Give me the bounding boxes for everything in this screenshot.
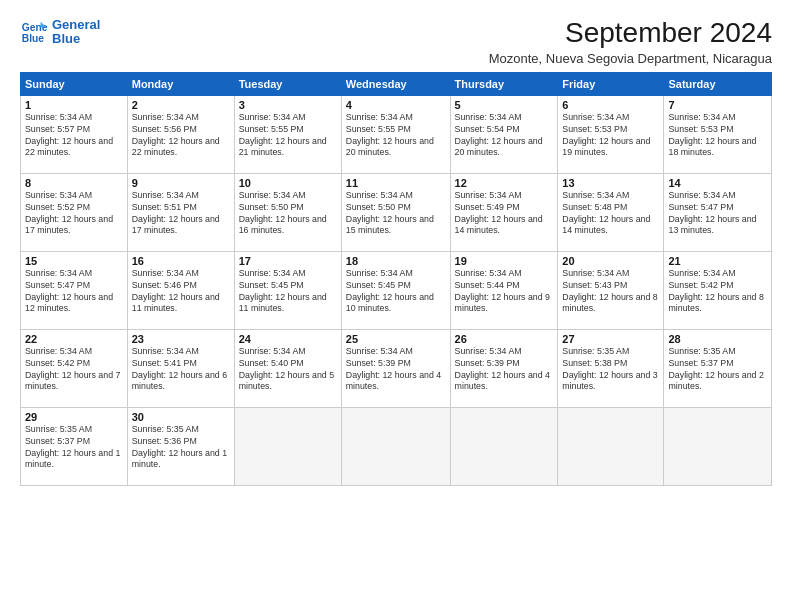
table-row: 19Sunrise: 5:34 AMSunset: 5:44 PMDayligh… — [450, 251, 558, 329]
table-row: 3Sunrise: 5:34 AMSunset: 5:55 PMDaylight… — [234, 95, 341, 173]
col-sunday: Sunday — [21, 72, 128, 95]
calendar-week-5: 29Sunrise: 5:35 AMSunset: 5:37 PMDayligh… — [21, 407, 772, 485]
col-friday: Friday — [558, 72, 664, 95]
table-row: 29Sunrise: 5:35 AMSunset: 5:37 PMDayligh… — [21, 407, 128, 485]
table-row: 12Sunrise: 5:34 AMSunset: 5:49 PMDayligh… — [450, 173, 558, 251]
table-row — [341, 407, 450, 485]
table-row: 1Sunrise: 5:34 AMSunset: 5:57 PMDaylight… — [21, 95, 128, 173]
table-row — [450, 407, 558, 485]
svg-text:Blue: Blue — [22, 34, 45, 45]
table-row: 16Sunrise: 5:34 AMSunset: 5:46 PMDayligh… — [127, 251, 234, 329]
table-row: 6Sunrise: 5:34 AMSunset: 5:53 PMDaylight… — [558, 95, 664, 173]
table-row: 13Sunrise: 5:34 AMSunset: 5:48 PMDayligh… — [558, 173, 664, 251]
table-row: 4Sunrise: 5:34 AMSunset: 5:55 PMDaylight… — [341, 95, 450, 173]
logo-text: General Blue — [52, 18, 100, 47]
table-row: 21Sunrise: 5:34 AMSunset: 5:42 PMDayligh… — [664, 251, 772, 329]
calendar: Sunday Monday Tuesday Wednesday Thursday… — [20, 72, 772, 486]
logo: General Blue General Blue — [20, 18, 100, 47]
calendar-header-row: Sunday Monday Tuesday Wednesday Thursday… — [21, 72, 772, 95]
page: General Blue General Blue September 2024… — [0, 0, 792, 612]
table-row: 8Sunrise: 5:34 AMSunset: 5:52 PMDaylight… — [21, 173, 128, 251]
logo-icon: General Blue — [20, 18, 48, 46]
calendar-week-4: 22Sunrise: 5:34 AMSunset: 5:42 PMDayligh… — [21, 329, 772, 407]
table-row — [558, 407, 664, 485]
table-row: 22Sunrise: 5:34 AMSunset: 5:42 PMDayligh… — [21, 329, 128, 407]
col-thursday: Thursday — [450, 72, 558, 95]
table-row — [664, 407, 772, 485]
table-row: 23Sunrise: 5:34 AMSunset: 5:41 PMDayligh… — [127, 329, 234, 407]
table-row: 9Sunrise: 5:34 AMSunset: 5:51 PMDaylight… — [127, 173, 234, 251]
table-row: 26Sunrise: 5:34 AMSunset: 5:39 PMDayligh… — [450, 329, 558, 407]
table-row: 15Sunrise: 5:34 AMSunset: 5:47 PMDayligh… — [21, 251, 128, 329]
table-row: 30Sunrise: 5:35 AMSunset: 5:36 PMDayligh… — [127, 407, 234, 485]
title-block: September 2024 Mozonte, Nueva Segovia De… — [489, 18, 772, 66]
table-row — [234, 407, 341, 485]
table-row: 20Sunrise: 5:34 AMSunset: 5:43 PMDayligh… — [558, 251, 664, 329]
col-wednesday: Wednesday — [341, 72, 450, 95]
col-monday: Monday — [127, 72, 234, 95]
table-row: 5Sunrise: 5:34 AMSunset: 5:54 PMDaylight… — [450, 95, 558, 173]
location-subtitle: Mozonte, Nueva Segovia Department, Nicar… — [489, 51, 772, 66]
table-row: 18Sunrise: 5:34 AMSunset: 5:45 PMDayligh… — [341, 251, 450, 329]
table-row: 24Sunrise: 5:34 AMSunset: 5:40 PMDayligh… — [234, 329, 341, 407]
svg-text:General: General — [22, 22, 48, 33]
calendar-week-2: 8Sunrise: 5:34 AMSunset: 5:52 PMDaylight… — [21, 173, 772, 251]
col-tuesday: Tuesday — [234, 72, 341, 95]
calendar-week-3: 15Sunrise: 5:34 AMSunset: 5:47 PMDayligh… — [21, 251, 772, 329]
table-row: 28Sunrise: 5:35 AMSunset: 5:37 PMDayligh… — [664, 329, 772, 407]
header: General Blue General Blue September 2024… — [20, 18, 772, 66]
table-row: 27Sunrise: 5:35 AMSunset: 5:38 PMDayligh… — [558, 329, 664, 407]
month-title: September 2024 — [489, 18, 772, 49]
table-row: 7Sunrise: 5:34 AMSunset: 5:53 PMDaylight… — [664, 95, 772, 173]
table-row: 2Sunrise: 5:34 AMSunset: 5:56 PMDaylight… — [127, 95, 234, 173]
table-row: 17Sunrise: 5:34 AMSunset: 5:45 PMDayligh… — [234, 251, 341, 329]
table-row: 14Sunrise: 5:34 AMSunset: 5:47 PMDayligh… — [664, 173, 772, 251]
table-row: 11Sunrise: 5:34 AMSunset: 5:50 PMDayligh… — [341, 173, 450, 251]
table-row: 25Sunrise: 5:34 AMSunset: 5:39 PMDayligh… — [341, 329, 450, 407]
calendar-week-1: 1Sunrise: 5:34 AMSunset: 5:57 PMDaylight… — [21, 95, 772, 173]
col-saturday: Saturday — [664, 72, 772, 95]
table-row: 10Sunrise: 5:34 AMSunset: 5:50 PMDayligh… — [234, 173, 341, 251]
